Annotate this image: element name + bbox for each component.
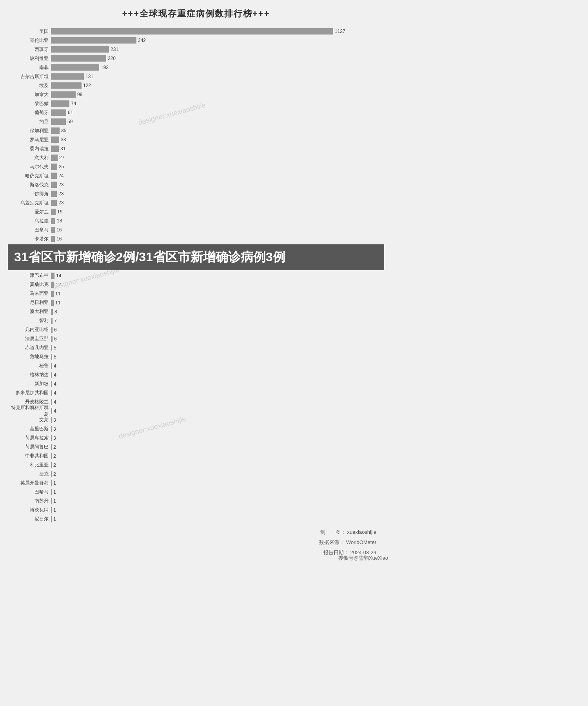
bar [51, 318, 53, 324]
country-label: 尼日利亚 [8, 299, 51, 306]
table-row: 英属开曼群岛1 [8, 479, 384, 487]
table-row: 赤道几内亚5 [8, 344, 384, 352]
bar-container: 27 [51, 155, 384, 161]
table-row: 乌拉圭18 [8, 217, 384, 225]
bar [51, 218, 55, 224]
bar-value-label: 231 [111, 47, 118, 52]
bar [51, 363, 52, 369]
bar-container: 1 [51, 507, 384, 513]
bar [51, 309, 53, 315]
bar [51, 182, 57, 188]
country-label: 罗马尼亚 [8, 136, 51, 143]
bar-container: 1 [51, 516, 384, 522]
bar-value-label: 61 [68, 110, 73, 115]
bar [51, 291, 54, 297]
country-label: 埃及 [8, 82, 51, 89]
country-label: 莫桑比克 [8, 281, 51, 288]
table-row: 格林纳达4 [8, 371, 384, 379]
bar [51, 507, 52, 513]
bar-value-label: 8 [54, 309, 57, 315]
bar-container: 19 [51, 209, 384, 215]
bar [51, 209, 56, 215]
bar-value-label: 3 [53, 417, 56, 423]
bar [51, 345, 52, 351]
country-label: 南非 [8, 64, 51, 71]
bar [51, 444, 52, 450]
bar-value-label: 342 [138, 38, 146, 43]
bar-value-label: 2 [53, 462, 56, 468]
bar [51, 408, 52, 414]
country-label: 法属圭亚那 [8, 335, 51, 342]
bar [51, 91, 76, 98]
bar-value-label: 131 [85, 74, 93, 79]
bar-value-label: 6 [54, 327, 57, 333]
bar [51, 354, 52, 360]
table-row: 马来西亚11 [8, 290, 384, 298]
bar-container: 2 [51, 453, 384, 459]
bar-container: 2 [51, 444, 384, 450]
bar-container: 31 [51, 146, 384, 152]
country-label: 巴拿马 [8, 227, 51, 233]
country-label: 加拿大 [8, 91, 51, 98]
country-label: 特克斯和凯科斯群岛 [8, 404, 51, 418]
bar [51, 300, 54, 306]
bar-value-label: 59 [67, 119, 73, 124]
country-label: 黎巴嫩 [8, 100, 51, 107]
table-row: 玻利维亚220 [8, 55, 384, 62]
bar-value-label: 18 [57, 218, 62, 224]
table-row: 利比里亚2 [8, 461, 384, 469]
bar-container: 2 [51, 471, 384, 477]
bar [51, 381, 52, 387]
bar-container: 7 [51, 318, 384, 324]
chart-title: +++全球现存重症病例数排行榜+++ [4, 8, 388, 20]
bar-container: 122 [51, 82, 384, 89]
table-row: 智利7 [8, 317, 384, 325]
source-label: 数据来源： [319, 539, 345, 545]
bar-container: 1 [51, 480, 384, 486]
table-row: 捷克2 [8, 470, 384, 478]
bar-value-label: 4 [54, 399, 56, 405]
bar-value-label: 4 [54, 363, 56, 369]
country-label: 中非共和国 [8, 453, 51, 459]
bar-container: 3 [51, 417, 384, 423]
country-label: 玻利维亚 [8, 55, 51, 62]
country-label: 葡萄牙 [8, 109, 51, 116]
table-row: 吉尔吉斯斯坦131 [8, 73, 384, 80]
country-label: 秘鲁 [8, 362, 51, 369]
bar-value-label: 6 [54, 336, 57, 342]
bar-container: 99 [51, 91, 384, 98]
bar-container: 5 [51, 345, 384, 351]
table-row: 莫桑比克12 [8, 281, 384, 289]
bar-value-label: 16 [56, 236, 62, 242]
country-label: 吉尔吉斯斯坦 [8, 73, 51, 80]
bar-value-label: 23 [58, 191, 64, 197]
bar-value-label: 1 [53, 480, 56, 486]
table-row: 尼日利亚11 [8, 299, 384, 307]
bar-value-label: 5 [54, 354, 56, 360]
bar-container: 3 [51, 426, 384, 432]
country-label: 乌拉圭 [8, 218, 51, 224]
bar [51, 73, 84, 80]
bar-container: 1 [51, 489, 384, 495]
table-row: 多米尼加共和国4 [8, 389, 384, 397]
bar-value-label: 7 [54, 318, 57, 324]
bar [51, 516, 52, 522]
bar [51, 191, 57, 197]
table-row: 荷属库拉索3 [8, 434, 384, 442]
bar [51, 28, 333, 35]
country-label: 西班牙 [8, 46, 51, 53]
bar-container: 61 [51, 109, 384, 116]
table-row: 埃及122 [8, 82, 384, 89]
bar [51, 236, 55, 242]
bar-container: 25 [51, 164, 384, 170]
table-row: 加拿大99 [8, 91, 384, 98]
bar [51, 100, 69, 107]
table-row: 文莱3 [8, 416, 384, 424]
bar-value-label: 23 [58, 200, 64, 206]
bar-value-label: 1 [53, 508, 56, 513]
bar-container: 5 [51, 354, 384, 360]
bar-container: 342 [51, 37, 384, 44]
bar-value-label: 19 [57, 209, 62, 215]
country-label: 智利 [8, 317, 51, 324]
bar-container: 1 [51, 498, 384, 504]
